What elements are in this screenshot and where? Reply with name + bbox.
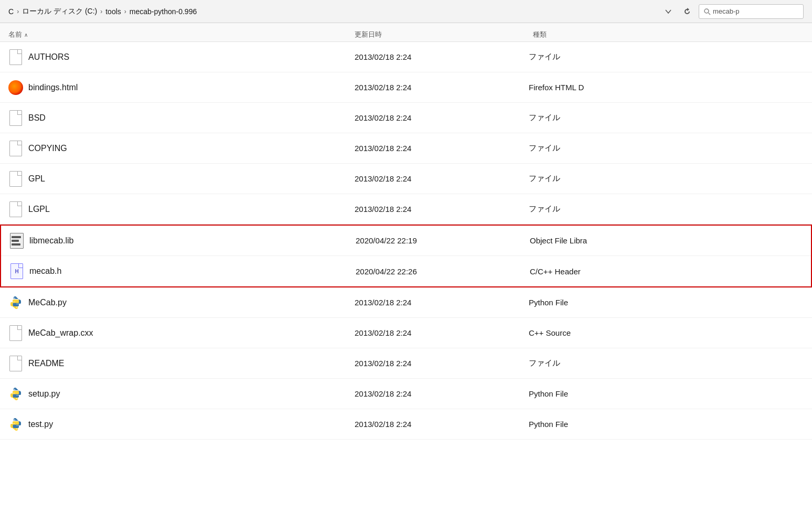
file-icon-wrapper <box>8 140 23 157</box>
table-row[interactable]: COPYING 2013/02/18 2:24 ファイル <box>0 133 812 164</box>
file-type: ファイル <box>525 143 812 153</box>
svg-point-4 <box>14 389 15 390</box>
file-date: 2020/04/22 22:19 <box>347 236 526 245</box>
file-date: 2013/02/18 2:24 <box>346 389 525 398</box>
breadcrumb-current[interactable]: mecab-python-0.996 <box>130 7 197 16</box>
sort-arrow-icon: ∧ <box>24 32 28 38</box>
file-date: 2020/04/22 22:26 <box>347 267 526 276</box>
file-type: Firefox HTML D <box>525 83 812 92</box>
file-icon-wrapper <box>8 110 23 126</box>
file-type: C/C++ Header <box>526 267 811 276</box>
table-row[interactable]: AUTHORS 2013/02/18 2:24 ファイル <box>0 42 812 72</box>
file-name-cell: COPYING <box>0 140 346 157</box>
file-name: test.py <box>28 420 53 429</box>
file-name-cell: BSD <box>0 110 346 126</box>
svg-line-1 <box>709 13 711 15</box>
svg-point-5 <box>16 398 17 399</box>
svg-point-7 <box>16 428 17 429</box>
file-list: AUTHORS 2013/02/18 2:24 ファイル bindings.ht… <box>0 42 812 440</box>
file-date: 2013/02/18 2:24 <box>346 359 525 368</box>
file-name: AUTHORS <box>28 52 69 62</box>
file-icon-wrapper: H <box>9 263 24 280</box>
file-date: 2013/02/18 2:24 <box>346 113 525 122</box>
table-row[interactable]: bindings.html 2013/02/18 2:24 Firefox HT… <box>0 72 812 103</box>
file-type: Python File <box>525 389 812 398</box>
file-icon-wrapper <box>8 49 23 66</box>
file-name: GPL <box>28 174 45 184</box>
svg-point-3 <box>16 306 17 307</box>
breadcrumb-c[interactable]: C <box>8 7 14 16</box>
file-icon-python <box>8 417 23 432</box>
svg-point-0 <box>704 9 709 13</box>
file-icon-header: H <box>10 263 23 279</box>
file-name-cell: test.py <box>0 416 346 433</box>
file-icon-wrapper <box>8 416 23 433</box>
table-row[interactable]: LGPL 2013/02/18 2:24 ファイル <box>0 194 812 225</box>
file-icon-blank <box>9 356 22 371</box>
file-name-cell: LGPL <box>0 201 346 218</box>
breadcrumb-localdisk[interactable]: ローカル ディスク (C:) <box>22 7 97 16</box>
file-icon-lib <box>10 233 24 249</box>
col-name[interactable]: 名前 ∧ <box>0 30 346 39</box>
file-date: 2013/02/18 2:24 <box>346 174 525 183</box>
file-date: 2013/02/18 2:24 <box>346 205 525 214</box>
file-date: 2013/02/18 2:24 <box>346 83 525 92</box>
table-row[interactable]: MeCab_wrap.cxx 2013/02/18 2:24 C++ Sourc… <box>0 318 812 348</box>
file-name-cell: GPL <box>0 170 346 187</box>
file-date: 2013/02/18 2:24 <box>346 420 525 429</box>
svg-point-2 <box>14 297 15 298</box>
file-icon-blank <box>9 110 22 126</box>
file-name: mecab.h <box>29 266 61 276</box>
col-type[interactable]: 種類 <box>525 30 812 39</box>
address-bar[interactable]: C › ローカル ディスク (C:) › tools › mecab-pytho… <box>0 0 812 23</box>
file-name-cell: setup.py <box>0 386 346 402</box>
selected-group: libmecab.lib 2020/04/22 22:19 Object Fil… <box>0 225 812 287</box>
breadcrumb-tools[interactable]: tools <box>105 7 121 16</box>
file-name-cell: MeCab_wrap.cxx <box>0 325 346 341</box>
table-row[interactable]: MeCab.py 2013/02/18 2:24 Python File <box>0 287 812 318</box>
file-name-cell: H mecab.h <box>1 263 347 280</box>
file-type: ファイル <box>525 113 812 123</box>
table-row[interactable]: H mecab.h 2020/04/22 22:26 C/C++ Header <box>1 256 811 286</box>
file-icon-blank <box>9 201 22 217</box>
file-name: LGPL <box>28 205 50 214</box>
file-icon-blank <box>9 141 22 156</box>
file-date: 2013/02/18 2:24 <box>346 298 525 307</box>
file-name: BSD <box>28 113 46 123</box>
file-name-cell: bindings.html <box>0 79 346 96</box>
file-type: ファイル <box>525 174 812 184</box>
file-type: Python File <box>525 298 812 307</box>
file-type: C++ Source <box>525 328 812 337</box>
file-icon-wrapper <box>8 79 23 96</box>
file-icon-python <box>8 295 23 310</box>
search-input-text: mecab-p <box>713 7 740 15</box>
file-type: ファイル <box>525 204 812 214</box>
table-row[interactable]: test.py 2013/02/18 2:24 Python File <box>0 409 812 440</box>
file-type: Python File <box>525 420 812 429</box>
file-icon-wrapper <box>8 325 23 341</box>
col-date[interactable]: 更新日時 <box>346 30 525 39</box>
file-icon-wrapper <box>9 232 24 249</box>
file-icon-wrapper <box>8 294 23 311</box>
table-row[interactable]: GPL 2013/02/18 2:24 ファイル <box>0 164 812 194</box>
file-name-cell: README <box>0 355 346 372</box>
table-row[interactable]: README 2013/02/18 2:24 ファイル <box>0 348 812 379</box>
refresh-button[interactable] <box>680 4 695 19</box>
search-box[interactable]: mecab-p <box>699 4 804 19</box>
file-name: setup.py <box>28 389 60 399</box>
file-name: MeCab.py <box>28 298 67 307</box>
table-row[interactable]: BSD 2013/02/18 2:24 ファイル <box>0 103 812 133</box>
file-name: COPYING <box>28 144 67 153</box>
breadcrumb-dropdown-button[interactable] <box>661 4 676 19</box>
table-row[interactable]: libmecab.lib 2020/04/22 22:19 Object Fil… <box>1 226 811 256</box>
file-date: 2013/02/18 2:24 <box>346 52 525 61</box>
file-type: Object File Libra <box>526 236 811 245</box>
file-name: bindings.html <box>28 83 78 92</box>
file-type: ファイル <box>525 358 812 368</box>
table-row[interactable]: setup.py 2013/02/18 2:24 Python File <box>0 379 812 409</box>
svg-point-6 <box>14 419 15 420</box>
file-icon-wrapper <box>8 201 23 218</box>
file-icon-python <box>8 387 23 401</box>
file-name-cell: AUTHORS <box>0 49 346 66</box>
file-icon-blank <box>9 171 22 187</box>
